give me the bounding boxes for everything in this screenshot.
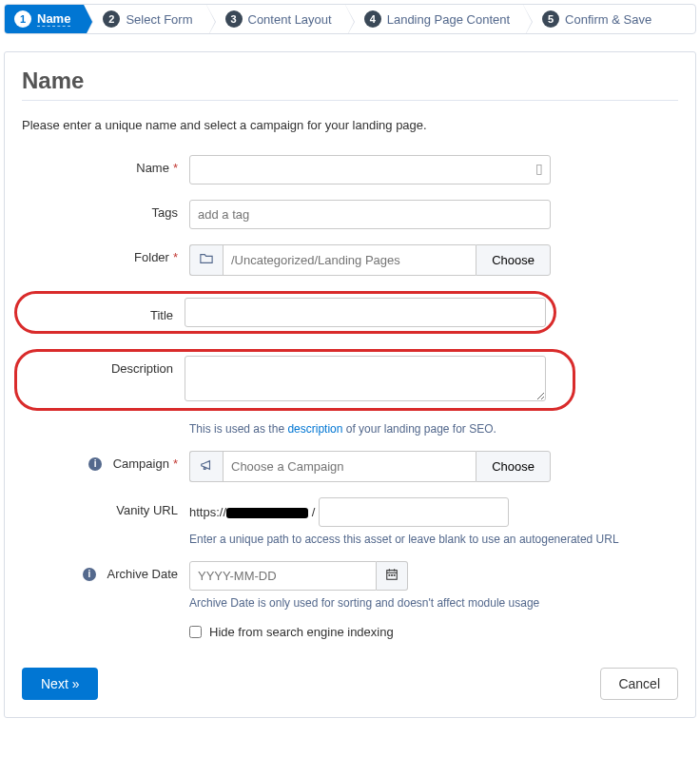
step-label: Landing Page Content bbox=[387, 12, 510, 27]
folder-input[interactable] bbox=[223, 244, 476, 276]
megaphone-icon bbox=[189, 451, 223, 482]
archive-date-input[interactable] bbox=[189, 561, 377, 591]
footer: Next » Cancel bbox=[22, 662, 678, 700]
campaign-input[interactable] bbox=[223, 451, 476, 482]
step-landing-page-content[interactable]: 4 Landing Page Content bbox=[345, 5, 523, 33]
description-input[interactable] bbox=[185, 356, 546, 401]
row-archive: i Archive Date Archive Date is only used… bbox=[22, 561, 678, 610]
step-confirm-save[interactable]: 5 Confirm & Save bbox=[523, 5, 665, 33]
step-num: 4 bbox=[364, 10, 381, 28]
calendar-icon bbox=[385, 568, 399, 581]
calendar-button[interactable] bbox=[377, 561, 408, 591]
vanity-prefix: https:// / bbox=[189, 505, 315, 519]
svg-rect-5 bbox=[391, 574, 393, 576]
info-icon: i bbox=[88, 457, 102, 471]
campaign-choose-button[interactable]: Choose bbox=[476, 451, 551, 482]
step-num: 3 bbox=[225, 10, 243, 28]
wizard-steps: 1 Name 2 Select Form 3 Content Layout 4 … bbox=[4, 4, 696, 34]
hide-checkbox[interactable] bbox=[189, 626, 202, 638]
step-label: Select Form bbox=[126, 12, 192, 27]
label-folder: Folder* bbox=[22, 244, 189, 264]
folder-icon bbox=[189, 244, 223, 276]
archive-help: Archive Date is only used for sorting an… bbox=[189, 596, 678, 610]
redacted-domain bbox=[226, 508, 308, 518]
row-folder: Folder* Choose bbox=[22, 244, 678, 276]
step-name[interactable]: 1 Name bbox=[5, 5, 84, 33]
row-campaign: i Campaign* Choose bbox=[22, 451, 678, 482]
cancel-button[interactable]: Cancel bbox=[600, 668, 678, 700]
vanity-help: Enter a unique path to access this asset… bbox=[189, 533, 678, 546]
label-title: Title bbox=[25, 302, 185, 322]
label-tags: Tags bbox=[22, 200, 189, 220]
divider bbox=[22, 100, 678, 101]
bookmark-icon: ▯ bbox=[535, 161, 543, 176]
svg-rect-6 bbox=[394, 574, 396, 576]
row-description: Description bbox=[22, 349, 678, 411]
step-content-layout[interactable]: 3 Content Layout bbox=[206, 5, 345, 33]
title-input[interactable] bbox=[185, 298, 546, 327]
vanity-input[interactable] bbox=[319, 497, 509, 527]
label-description: Description bbox=[25, 356, 185, 376]
label-name: Name* bbox=[22, 155, 189, 175]
label-archive: i Archive Date bbox=[22, 561, 189, 581]
svg-rect-4 bbox=[389, 574, 391, 576]
row-vanity: Vanity URL https:// / Enter a unique pat… bbox=[22, 497, 678, 546]
row-title: Title bbox=[22, 291, 678, 334]
step-select-form[interactable]: 2 Select Form bbox=[84, 5, 205, 33]
step-label: Confirm & Save bbox=[565, 12, 651, 27]
intro-text: Please enter a unique name and select a … bbox=[22, 118, 678, 132]
row-hide: Hide from search engine indexing bbox=[22, 625, 678, 639]
page-title: Name bbox=[22, 68, 678, 94]
step-label: Content Layout bbox=[248, 12, 332, 27]
label-vanity: Vanity URL bbox=[22, 497, 189, 517]
step-num: 2 bbox=[103, 10, 120, 28]
step-num: 5 bbox=[542, 10, 559, 28]
hide-label: Hide from search engine indexing bbox=[209, 625, 394, 639]
tags-input[interactable] bbox=[189, 200, 551, 229]
step-label: Name bbox=[37, 11, 70, 27]
description-link[interactable]: description bbox=[287, 422, 342, 436]
description-help: This is used as the description of your … bbox=[189, 422, 551, 436]
folder-choose-button[interactable]: Choose bbox=[476, 244, 551, 276]
next-button[interactable]: Next » bbox=[22, 668, 98, 700]
row-name: Name* ▯ bbox=[22, 155, 678, 184]
info-icon: i bbox=[83, 568, 96, 581]
step-num: 1 bbox=[14, 10, 31, 28]
form-panel: Name Please enter a unique name and sele… bbox=[4, 51, 696, 718]
label-campaign: i Campaign* bbox=[22, 451, 189, 471]
row-tags: Tags bbox=[22, 200, 678, 229]
name-input[interactable] bbox=[189, 155, 551, 184]
